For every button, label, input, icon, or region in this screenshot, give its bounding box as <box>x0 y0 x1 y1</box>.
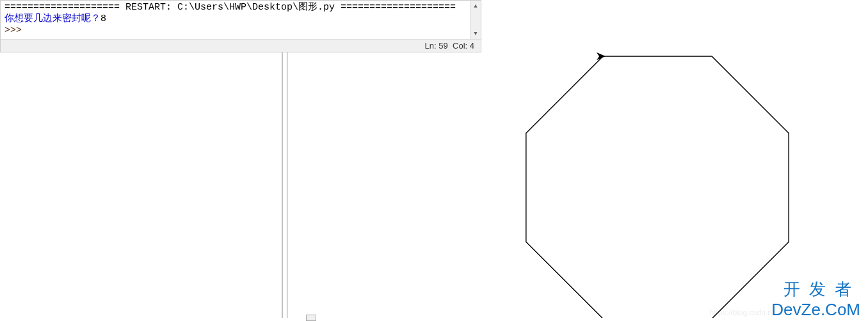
watermark-url: https://blog.csdn.n <box>710 308 772 317</box>
col-label: Col: <box>453 41 467 51</box>
status-bar: Ln: 59 Col: 4 <box>1 39 481 52</box>
shell-output-area[interactable]: ==================== RESTART: C:\Users\H… <box>1 1 481 39</box>
prompt-question: 你想要几边来密封呢？ <box>4 13 100 24</box>
watermark-en: DevZe.CoM <box>771 300 860 320</box>
horizontal-scroll-handle[interactable] <box>306 315 316 321</box>
input-prompt-line: 你想要几边来密封呢？8 <box>4 13 477 25</box>
line-value: 59 <box>438 41 447 51</box>
watermark-cn: 开发者 <box>784 278 860 301</box>
idle-shell-window: ==================== RESTART: C:\Users\H… <box>0 0 481 52</box>
turtle-cursor-icon <box>597 52 606 60</box>
restart-line: ==================== RESTART: C:\Users\H… <box>4 2 477 13</box>
vertical-scrollbar[interactable]: ▲ ▼ <box>470 1 481 39</box>
scroll-down-icon[interactable]: ▼ <box>470 28 481 39</box>
prompt-answer: 8 <box>100 13 106 24</box>
col-value: 4 <box>470 41 474 51</box>
scroll-up-icon[interactable]: ▲ <box>470 1 481 12</box>
octagon-shape <box>526 56 789 318</box>
line-label: Ln: <box>425 41 437 51</box>
next-prompt: >>> <box>4 25 477 36</box>
